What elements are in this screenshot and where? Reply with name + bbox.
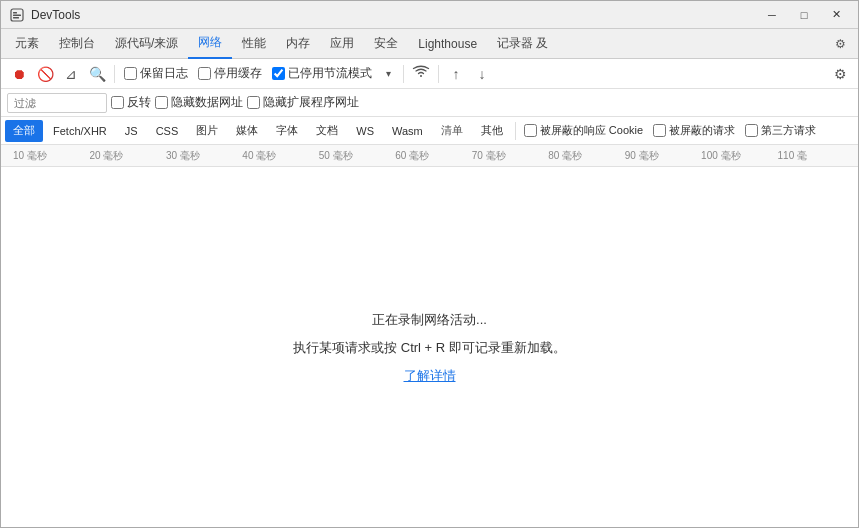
gear-icon: ⚙ (835, 37, 846, 51)
hide-data-urls-input[interactable] (155, 96, 168, 109)
throttle-input[interactable] (272, 67, 285, 80)
hide-extension-input[interactable] (247, 96, 260, 109)
preserve-log-checkbox[interactable]: 保留日志 (120, 65, 192, 82)
tick-8: 90 毫秒 (621, 149, 697, 163)
disable-cache-checkbox[interactable]: 停用缓存 (194, 65, 266, 82)
filter-other[interactable]: 其他 (473, 120, 511, 142)
svg-rect-3 (13, 17, 19, 19)
toolbar1-right: ⚙ (828, 62, 852, 86)
invert-label: 反转 (127, 94, 151, 111)
wifi-icon-btn[interactable] (409, 62, 433, 86)
tab-network[interactable]: 网络 (188, 29, 232, 59)
tick-1: 20 毫秒 (85, 149, 161, 163)
tab-security[interactable]: 安全 (364, 29, 408, 59)
search-button[interactable]: 🔍 (85, 62, 109, 86)
hidden-request-checkbox[interactable]: 被屏蔽的请求 (649, 123, 739, 138)
record-icon: ⏺ (12, 66, 26, 82)
learn-link[interactable]: 了解详情 (404, 367, 456, 385)
separator3 (438, 65, 439, 83)
tick-3: 40 毫秒 (238, 149, 314, 163)
separator2 (403, 65, 404, 83)
filter-css[interactable]: CSS (148, 120, 187, 142)
main-content: 正在录制网络活动... 执行某项请求或按 Ctrl + R 即可记录重新加载。 … (1, 167, 858, 528)
hidden-request-input[interactable] (653, 124, 666, 137)
filter-img[interactable]: 图片 (188, 120, 226, 142)
title-bar: DevTools ─ □ ✕ (1, 1, 858, 29)
tab-application[interactable]: 应用 (320, 29, 364, 59)
toolbar2: 反转 隐藏数据网址 隐藏扩展程序网址 (1, 89, 858, 117)
filter-media[interactable]: 媒体 (228, 120, 266, 142)
timeline-header: 10 毫秒 20 毫秒 30 毫秒 40 毫秒 50 毫秒 60 毫秒 70 毫… (1, 145, 858, 167)
filter-font[interactable]: 字体 (268, 120, 306, 142)
tab-recorder[interactable]: 记录器 及 (487, 29, 558, 59)
tick-4: 50 毫秒 (315, 149, 391, 163)
third-party-input[interactable] (745, 124, 758, 137)
window-controls: ─ □ ✕ (758, 5, 850, 25)
hide-extension-checkbox[interactable]: 隐藏扩展程序网址 (247, 94, 359, 111)
hide-data-urls-checkbox[interactable]: 隐藏数据网址 (155, 94, 243, 111)
filter-wasm[interactable]: Wasm (384, 120, 431, 142)
throttle-dropdown[interactable]: ▾ (378, 62, 398, 86)
minimize-button[interactable]: ─ (758, 5, 786, 25)
filter-clear[interactable]: 清单 (433, 120, 471, 142)
disable-cache-input[interactable] (198, 67, 211, 80)
filter-input[interactable] (7, 93, 107, 113)
hidden-response-checkbox[interactable]: 被屏蔽的响应 Cookie (520, 123, 647, 138)
tick-0: 10 毫秒 (9, 149, 85, 163)
tab-source[interactable]: 源代码/来源 (105, 29, 188, 59)
filter-button[interactable]: ⊿ (59, 62, 83, 86)
tick-9: 100 毫秒 (697, 149, 773, 163)
tick-10: 110 毫 (774, 149, 850, 163)
nav-tabs: 元素 控制台 源代码/来源 网络 性能 内存 应用 安全 Lighthouse … (1, 29, 858, 59)
hidden-request-label: 被屏蔽的请求 (669, 123, 735, 138)
tick-5: 60 毫秒 (391, 149, 467, 163)
nav-settings-button[interactable]: ⚙ (826, 30, 854, 58)
filter-js[interactable]: JS (117, 120, 146, 142)
disable-cache-label: 停用缓存 (214, 65, 262, 82)
hidden-response-label: 被屏蔽的响应 Cookie (540, 123, 643, 138)
toolbar1-settings-button[interactable]: ⚙ (828, 62, 852, 86)
filter-ws[interactable]: WS (348, 120, 382, 142)
throttle-checkbox[interactable]: 已停用节流模式 (268, 65, 376, 82)
hint-text: 执行某项请求或按 Ctrl + R 即可记录重新加载。 (293, 339, 566, 357)
upload-button[interactable]: ↑ (444, 62, 468, 86)
wifi-icon (412, 65, 430, 82)
timeline-ticks: 10 毫秒 20 毫秒 30 毫秒 40 毫秒 50 毫秒 60 毫秒 70 毫… (9, 149, 850, 163)
third-party-checkbox[interactable]: 第三方请求 (741, 123, 820, 138)
download-icon: ↓ (479, 66, 486, 82)
preserve-log-label: 保留日志 (140, 65, 188, 82)
svg-rect-2 (13, 14, 21, 16)
clear-icon: 🚫 (37, 66, 54, 82)
record-button[interactable]: ⏺ (7, 62, 31, 86)
close-button[interactable]: ✕ (822, 5, 850, 25)
tab-memory[interactable]: 内存 (276, 29, 320, 59)
tab-console[interactable]: 控制台 (49, 29, 105, 59)
filter-icon: ⊿ (65, 66, 77, 82)
hide-data-urls-label: 隐藏数据网址 (171, 94, 243, 111)
invert-checkbox[interactable]: 反转 (111, 94, 151, 111)
tick-6: 70 毫秒 (468, 149, 544, 163)
filter-all[interactable]: 全部 (5, 120, 43, 142)
third-party-label: 第三方请求 (761, 123, 816, 138)
filter-fetch-xhr[interactable]: Fetch/XHR (45, 120, 115, 142)
tab-elements[interactable]: 元素 (5, 29, 49, 59)
settings-icon: ⚙ (834, 66, 847, 82)
svg-rect-1 (13, 12, 17, 14)
tick-7: 80 毫秒 (544, 149, 620, 163)
separator1 (114, 65, 115, 83)
filter-doc[interactable]: 文档 (308, 120, 346, 142)
app-icon (9, 7, 25, 23)
clear-button[interactable]: 🚫 (33, 62, 57, 86)
preserve-log-input[interactable] (124, 67, 137, 80)
hidden-response-input[interactable] (524, 124, 537, 137)
filter-sep1 (515, 122, 516, 140)
download-button[interactable]: ↓ (470, 62, 494, 86)
status-text: 正在录制网络活动... (372, 311, 487, 329)
toolbar1: ⏺ 🚫 ⊿ 🔍 保留日志 停用缓存 已停用节流模式 ▾ ↑ (1, 59, 858, 89)
hide-extension-label: 隐藏扩展程序网址 (263, 94, 359, 111)
maximize-button[interactable]: □ (790, 5, 818, 25)
tick-2: 30 毫秒 (162, 149, 238, 163)
invert-input[interactable] (111, 96, 124, 109)
tab-lighthouse[interactable]: Lighthouse (408, 29, 487, 59)
tab-performance[interactable]: 性能 (232, 29, 276, 59)
